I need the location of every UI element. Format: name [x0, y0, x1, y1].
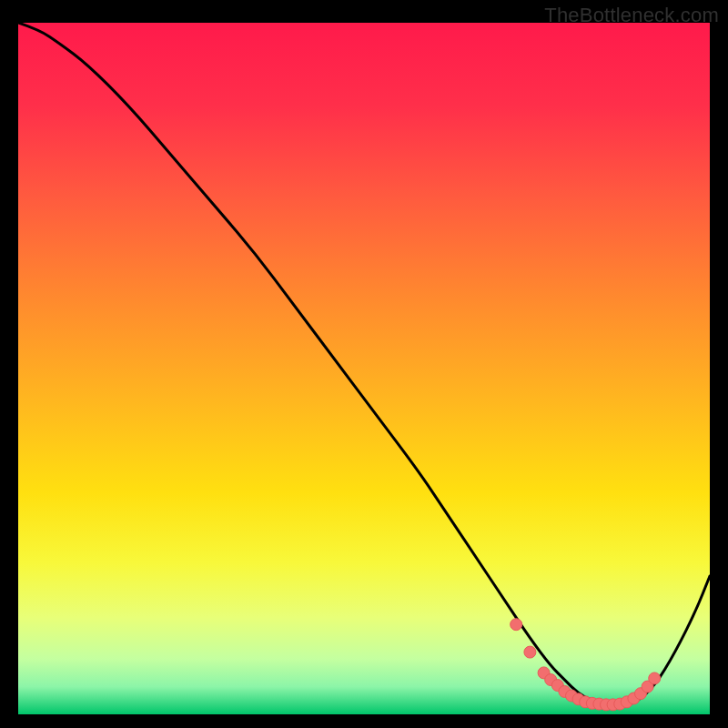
valley-marker	[511, 619, 522, 631]
bottleneck-chart	[18, 23, 710, 714]
valley-marker	[524, 646, 536, 658]
valley-marker	[649, 672, 661, 684]
chart-background	[18, 23, 710, 714]
chart-svg	[18, 23, 710, 714]
